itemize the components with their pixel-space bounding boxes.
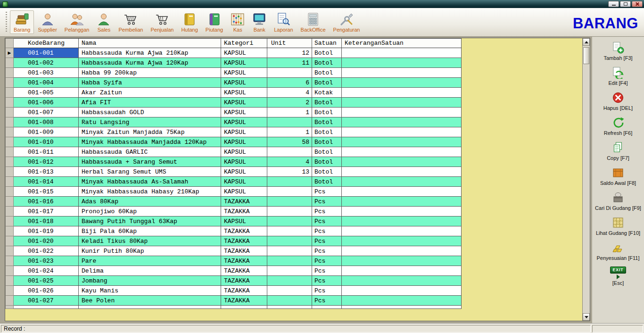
cell-nama[interactable]: Herbal Sarang Semut UMS xyxy=(79,167,221,177)
toolbar-button-pelanggan[interactable]: Pelanggan xyxy=(61,10,93,34)
exit-button[interactable]: EXIT [Esc] xyxy=(594,266,643,286)
cell-keterangansatuan[interactable] xyxy=(342,137,462,147)
table-row[interactable]: 001-025 Jombang TAZAKKA Pcs xyxy=(6,276,462,286)
cell-keterangansatuan[interactable] xyxy=(342,256,462,266)
cell-satuan[interactable]: Botol xyxy=(312,78,342,88)
cell-kategori[interactable]: TAZAKKA xyxy=(221,286,267,296)
cell-keterangansatuan[interactable] xyxy=(342,167,462,177)
cell-kodebarang[interactable]: 001-008 xyxy=(14,117,79,127)
cell-nama[interactable]: Biji Pala 60Kap xyxy=(79,226,221,236)
cell-keterangansatuan[interactable] xyxy=(342,286,462,296)
edit-button[interactable]: Edit [F4] xyxy=(594,66,643,86)
cell-keterangansatuan[interactable] xyxy=(342,216,462,226)
table-row[interactable]: 001-023 Pare TAZAKKA Pcs xyxy=(6,256,462,266)
cell-nama[interactable]: Bee Polen xyxy=(79,296,221,306)
cell-satuan[interactable]: Botol xyxy=(312,137,342,147)
toolbar-button-sales[interactable]: Sales xyxy=(93,10,115,34)
cell-satuan[interactable]: Botol xyxy=(312,48,342,58)
cell-kodebarang[interactable]: 001-023 xyxy=(14,256,79,266)
cell-unit[interactable] xyxy=(267,236,312,246)
row-selector[interactable] xyxy=(6,157,14,167)
cell-nama[interactable]: Minyak Habbassauda Manjadda 120Kap xyxy=(79,137,221,147)
cell-kategori[interactable]: KAPSUL xyxy=(221,167,267,177)
cell-kodebarang[interactable]: 001-020 xyxy=(14,236,79,246)
cell-kategori[interactable]: KAPSUL xyxy=(221,108,267,117)
table-row[interactable]: 001-009 Minyak Zaitun Manjadda 75Kap KAP… xyxy=(6,127,462,137)
cell-keterangansatuan[interactable] xyxy=(342,108,462,117)
copy-button[interactable]: Copy [F7] xyxy=(594,141,643,161)
cell-keterangansatuan[interactable] xyxy=(342,48,462,58)
cell-kodebarang[interactable]: 001-012 xyxy=(14,157,79,167)
cell-unit[interactable]: 4 xyxy=(267,157,312,167)
table-row[interactable]: ▶ 001-001 Habbassauda Kurma Ajwa 210Kap … xyxy=(6,48,462,58)
cell-kategori[interactable]: KAPSUL xyxy=(221,68,267,78)
toolbar-button-backoffice[interactable]: BackOffice xyxy=(297,10,330,34)
row-selector[interactable] xyxy=(6,108,14,117)
cell-keterangansatuan[interactable] xyxy=(342,68,462,78)
table-row[interactable]: 001-007 Habbassaudah GOLD KAPSUL 1 Botol xyxy=(6,108,462,117)
row-selector[interactable]: ▶ xyxy=(6,48,14,58)
toolbar-button-penjualan[interactable]: Penjualan xyxy=(147,10,177,34)
cell-unit[interactable]: 13 xyxy=(267,167,312,177)
cell-unit[interactable]: 1 xyxy=(267,127,312,137)
row-selector[interactable] xyxy=(6,137,14,147)
cell-nama[interactable]: Minyak Zaitun Manjadda 75Kap xyxy=(79,127,221,137)
table-row[interactable]: 001-016 Adas 80Kap TAZAKKA Pcs xyxy=(6,197,462,207)
cell-unit[interactable]: 4 xyxy=(267,88,312,98)
cell-nama[interactable]: Keladi Tikus 80Kap xyxy=(79,236,221,246)
cell-keterangansatuan[interactable] xyxy=(342,177,462,187)
cell-kodebarang[interactable]: 001-016 xyxy=(14,197,79,207)
cell-unit[interactable] xyxy=(267,276,312,286)
cell-keterangansatuan[interactable] xyxy=(342,296,462,306)
cell-keterangansatuan[interactable] xyxy=(342,226,462,236)
row-selector[interactable] xyxy=(6,117,14,127)
cell-nama[interactable]: Delima xyxy=(79,266,221,276)
row-selector[interactable] xyxy=(6,226,14,236)
cell-satuan[interactable]: Botol xyxy=(312,177,342,187)
hapus-button[interactable]: Hapus [DEL] xyxy=(594,91,643,111)
cell-kodebarang[interactable]: 001-007 xyxy=(14,108,79,117)
cell-keterangansatuan[interactable] xyxy=(342,147,462,157)
cell-nama[interactable]: Kayu Manis xyxy=(79,286,221,296)
cell-kategori[interactable]: KAPSUL xyxy=(221,127,267,137)
toolbar-button-barang[interactable]: Barang xyxy=(10,10,34,34)
column-header-kodebarang[interactable]: KodeBarang xyxy=(14,39,79,48)
cell-kodebarang[interactable]: 001-017 xyxy=(14,207,79,216)
lihat-gudang-button[interactable]: Lihat Gudang [F10] xyxy=(594,216,643,236)
cell-nama[interactable]: Minyak Habbassauda Habasy 210Kap xyxy=(79,187,221,197)
table-row[interactable]: 001-020 Keladi Tikus 80Kap TAZAKKA Pcs xyxy=(6,236,462,246)
toolbar-button-bank[interactable]: Bank xyxy=(248,10,270,34)
cell-nama[interactable]: Habba 99 200kap xyxy=(79,68,221,78)
cell-satuan[interactable]: Pcs xyxy=(312,236,342,246)
row-selector[interactable] xyxy=(6,177,14,187)
cari-di-gudang-button[interactable]: Cari Di Gudang [F9] xyxy=(594,191,643,211)
minimize-button[interactable] xyxy=(608,1,619,7)
cell-kategori[interactable]: TAZAKKA xyxy=(221,197,267,207)
cell-kategori[interactable]: KAPSUL xyxy=(221,216,267,226)
toolbar-button-kas[interactable]: Kas xyxy=(227,10,248,34)
cell-unit[interactable] xyxy=(267,256,312,266)
toolbar-button-hutang[interactable]: Hutang xyxy=(177,10,201,34)
cell-keterangansatuan[interactable] xyxy=(342,127,462,137)
cell-kategori[interactable]: TAZAKKA xyxy=(221,226,267,236)
cell-satuan[interactable]: Pcs xyxy=(312,187,342,197)
toolbar-button-supplier[interactable]: Supplier xyxy=(34,10,60,34)
cell-kodebarang[interactable]: 001-010 xyxy=(14,137,79,147)
cell-unit[interactable] xyxy=(267,68,312,78)
cell-kodebarang[interactable]: 001-011 xyxy=(14,147,79,157)
cell-satuan[interactable]: Pcs xyxy=(312,207,342,216)
cell-keterangansatuan[interactable] xyxy=(342,117,462,127)
scrollbar-thumb[interactable] xyxy=(583,47,589,64)
table-row[interactable]: 001-003 Habba 99 200kap KAPSUL Botol xyxy=(6,68,462,78)
cell-kodebarang[interactable]: 001-019 xyxy=(14,226,79,236)
column-header-nama[interactable]: Nama xyxy=(79,39,221,48)
table-row[interactable]: 001-006 Afia FIT KAPSUL 2 Botol xyxy=(6,98,462,108)
cell-kategori[interactable]: KAPSUL xyxy=(221,157,267,167)
row-selector[interactable] xyxy=(6,127,14,137)
cell-nama[interactable]: Habbassauda Kurma Ajwa 210Kap xyxy=(79,48,221,58)
table-row[interactable]: 001-002 Habbassauda Kurma Ajwa 120Kap KA… xyxy=(6,58,462,68)
corner-header-cell[interactable] xyxy=(6,39,14,48)
cell-kategori[interactable]: TAZAKKA xyxy=(221,236,267,246)
cell-kodebarang[interactable]: 001-006 xyxy=(14,98,79,108)
cell-kodebarang[interactable]: 001-026 xyxy=(14,286,79,296)
